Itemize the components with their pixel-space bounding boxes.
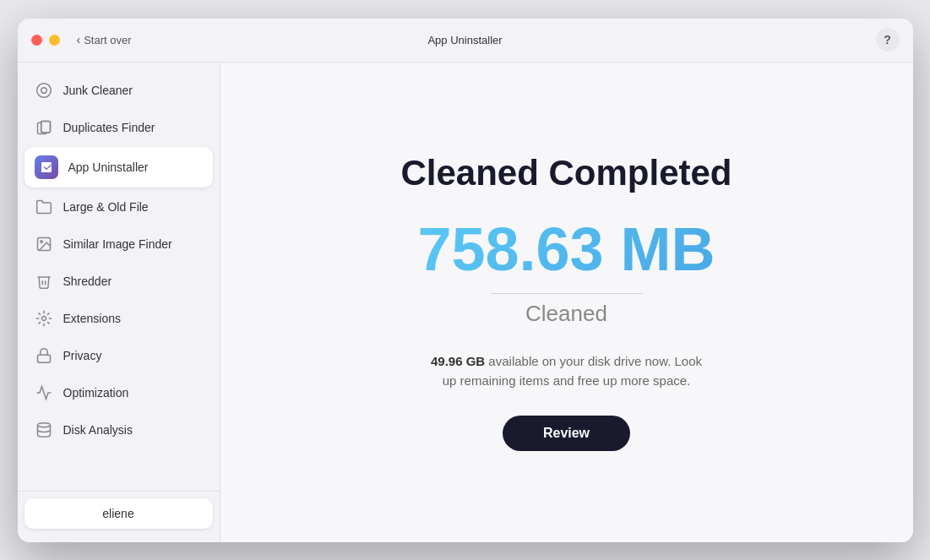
app-window: ‹ Start over App Uninstaller ? Ju bbox=[18, 19, 913, 542]
svg-point-8 bbox=[37, 422, 50, 427]
sidebar-label-junk-cleaner: Junk Cleaner bbox=[63, 84, 133, 97]
svg-point-5 bbox=[40, 240, 42, 242]
close-button[interactable] bbox=[31, 35, 42, 46]
title-bar: ‹ Start over App Uninstaller ? bbox=[18, 19, 913, 63]
minimize-button[interactable] bbox=[49, 35, 60, 46]
page-title: App Uninstaller bbox=[427, 34, 502, 46]
user-button[interactable]: eliene bbox=[24, 498, 213, 529]
cleaned-size: 758.63 MB bbox=[417, 219, 715, 280]
start-over-button[interactable]: ‹ Start over bbox=[77, 33, 132, 46]
sidebar-label-privacy: Privacy bbox=[63, 349, 102, 362]
sidebar-label-large-old-file: Large & Old File bbox=[63, 200, 149, 214]
cleaned-completed-title: Cleaned Completed bbox=[400, 153, 731, 193]
sidebar-label-optimization: Optimization bbox=[63, 386, 129, 400]
traffic-lights bbox=[31, 35, 60, 46]
sidebar-label-disk-analysis: Disk Analysis bbox=[63, 423, 133, 437]
sidebar: Junk Cleaner Duplicates Finder bbox=[18, 63, 220, 542]
sidebar-item-large-old-file[interactable]: Large & Old File bbox=[24, 189, 213, 225]
sidebar-label-duplicates-finder: Duplicates Finder bbox=[63, 121, 155, 134]
sidebar-item-extensions[interactable]: Extensions bbox=[24, 301, 213, 336]
sidebar-label-similar-image-finder: Similar Image Finder bbox=[63, 237, 172, 251]
help-icon: ? bbox=[884, 33, 891, 46]
review-button[interactable]: Review bbox=[503, 416, 630, 451]
main-layout: Junk Cleaner Duplicates Finder bbox=[18, 63, 913, 542]
privacy-icon bbox=[35, 346, 53, 365]
duplicates-finder-icon bbox=[35, 118, 53, 137]
svg-point-0 bbox=[36, 83, 51, 97]
sidebar-item-similar-image-finder[interactable]: Similar Image Finder bbox=[24, 226, 213, 262]
sidebar-item-app-uninstaller[interactable]: App Uninstaller bbox=[24, 147, 213, 188]
sidebar-item-duplicates-finder[interactable]: Duplicates Finder bbox=[24, 110, 213, 145]
junk-cleaner-icon bbox=[35, 81, 53, 100]
sidebar-item-disk-analysis[interactable]: Disk Analysis bbox=[24, 412, 213, 448]
app-uninstaller-icon bbox=[35, 155, 58, 179]
disk-analysis-icon bbox=[35, 421, 53, 439]
svg-rect-7 bbox=[37, 355, 50, 362]
content-area: Cleaned Completed 758.63 MB Cleaned 49.9… bbox=[220, 63, 913, 542]
divider bbox=[491, 293, 643, 294]
shredder-icon bbox=[35, 272, 53, 291]
disk-available: 49.96 GB bbox=[431, 354, 485, 368]
svg-rect-2 bbox=[41, 121, 50, 132]
sidebar-item-privacy[interactable]: Privacy bbox=[24, 338, 213, 373]
help-button[interactable]: ? bbox=[876, 28, 900, 52]
large-old-file-icon bbox=[35, 198, 53, 216]
cleaned-label: Cleaned bbox=[525, 301, 607, 327]
sidebar-item-shredder[interactable]: Shredder bbox=[24, 264, 213, 299]
sidebar-footer: eliene bbox=[18, 491, 220, 536]
svg-point-6 bbox=[41, 316, 46, 320]
disk-info: 49.96 GB available on your disk drive no… bbox=[423, 352, 710, 390]
extensions-icon bbox=[35, 309, 53, 328]
optimization-icon bbox=[35, 383, 53, 402]
sidebar-items: Junk Cleaner Duplicates Finder bbox=[18, 69, 220, 491]
sidebar-label-shredder: Shredder bbox=[63, 275, 112, 288]
chevron-left-icon: ‹ bbox=[77, 33, 81, 46]
sidebar-item-optimization[interactable]: Optimization bbox=[24, 375, 213, 410]
sidebar-item-junk-cleaner[interactable]: Junk Cleaner bbox=[24, 73, 213, 108]
start-over-label: Start over bbox=[84, 34, 131, 46]
sidebar-label-app-uninstaller: App Uninstaller bbox=[68, 160, 149, 174]
sidebar-label-extensions: Extensions bbox=[63, 312, 121, 325]
similar-image-finder-icon bbox=[35, 235, 53, 253]
